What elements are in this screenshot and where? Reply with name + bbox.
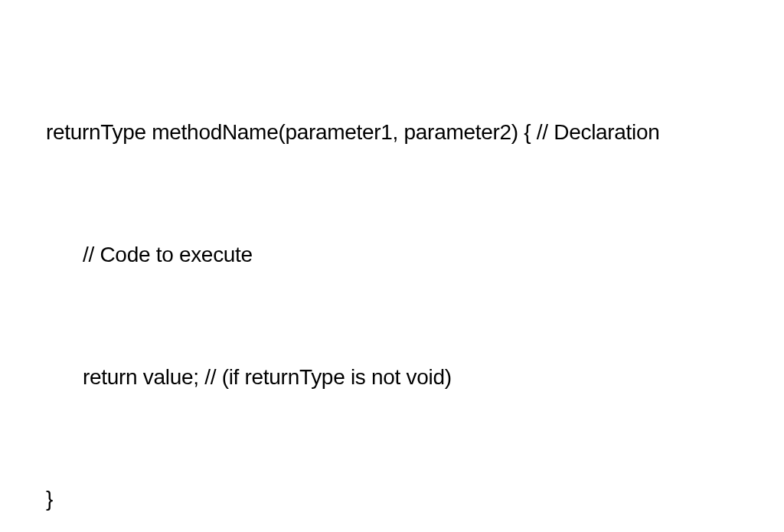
code-line-2: // Code to execute	[46, 234, 738, 275]
code-block: returnType methodName(parameter1, parame…	[46, 31, 738, 532]
code-line-3: return value; // (if returnType is not v…	[46, 357, 738, 397]
code-line-1: returnType methodName(parameter1, parame…	[46, 112, 738, 152]
code-line-4: }	[46, 478, 738, 519]
